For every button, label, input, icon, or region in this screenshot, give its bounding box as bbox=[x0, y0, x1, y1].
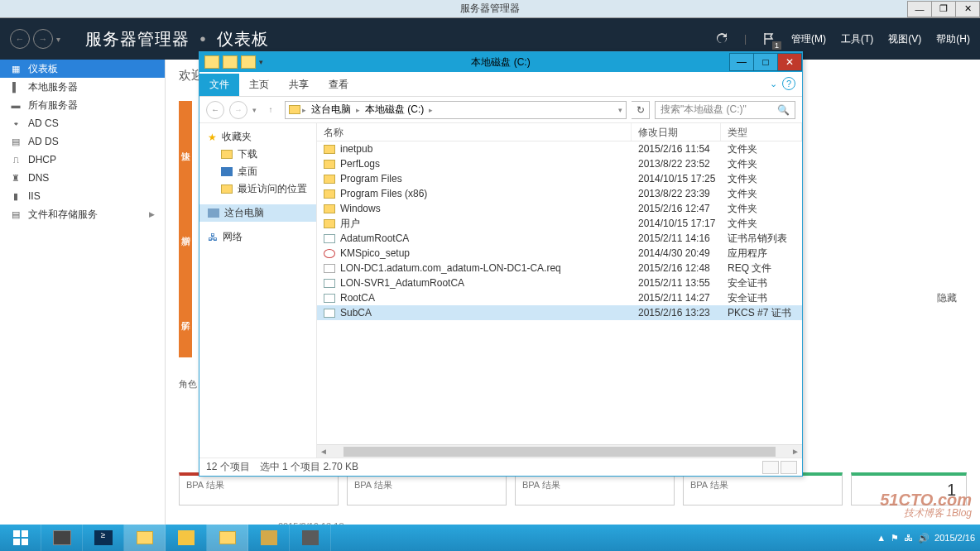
file-row[interactable]: Program Files (x86)2013/8/22 23:39文件夹 bbox=[317, 186, 802, 201]
refresh-icon[interactable] bbox=[714, 31, 729, 46]
ribbon-tab-file[interactable]: 文件 bbox=[199, 74, 239, 96]
learn-more-label[interactable]: 了解 bbox=[179, 272, 192, 357]
column-name[interactable]: 名称 bbox=[317, 123, 632, 141]
file-row[interactable]: KMSpico_setup2014/4/30 20:49应用程序 bbox=[317, 246, 802, 261]
menu-view[interactable]: 视图(V) bbox=[888, 32, 921, 46]
tile[interactable]: BPA 结果 bbox=[179, 472, 339, 505]
sidebar-item-dns[interactable]: ♜DNS bbox=[0, 169, 165, 187]
file-row[interactable]: Windows2015/2/16 12:47文件夹 bbox=[317, 201, 802, 216]
forward-button[interactable]: → bbox=[33, 29, 53, 49]
start-button[interactable] bbox=[0, 525, 41, 551]
chevron-right-icon[interactable]: ▸ bbox=[429, 106, 433, 114]
maximize-button[interactable]: □ bbox=[753, 53, 778, 71]
sidebar-item-adds[interactable]: ▤AD DS bbox=[0, 132, 165, 151]
column-date[interactable]: 修改日期 bbox=[632, 123, 721, 141]
quick-start-label[interactable]: 快速 bbox=[179, 101, 192, 186]
search-box[interactable]: 搜索"本地磁盘 (C:)" 🔍 bbox=[655, 101, 795, 119]
nav-favorites[interactable]: ★收藏夹 bbox=[208, 130, 308, 144]
clock[interactable]: 2015/2/16 bbox=[934, 533, 975, 543]
maximize-button[interactable]: ❐ bbox=[931, 1, 956, 17]
file-row[interactable]: Program Files2014/10/15 17:25文件夹 bbox=[317, 171, 802, 186]
whats-new-label[interactable]: 新增 bbox=[179, 186, 192, 271]
help-icon[interactable]: ? bbox=[782, 77, 795, 90]
sidebar-item-iis[interactable]: ▮IIS bbox=[0, 187, 165, 205]
sidebar-item-adcs[interactable]: 🠿AD CS bbox=[0, 114, 165, 132]
nav-recent[interactable]: 最近访问的位置 bbox=[208, 180, 308, 198]
back-button[interactable]: ← bbox=[206, 101, 224, 119]
file-row[interactable]: PerfLogs2013/8/22 23:52文件夹 bbox=[317, 156, 802, 171]
file-row[interactable]: LON-DC1.adatum.com_adatum-LON-DC1-CA.req… bbox=[317, 261, 802, 276]
address-bar[interactable]: ▸ 这台电脑 ▸ 本地磁盘 (C:) ▸ ▾ bbox=[285, 101, 627, 119]
view-details-button[interactable] bbox=[762, 461, 779, 474]
qat-button[interactable] bbox=[241, 55, 256, 69]
taskbar-app-2[interactable] bbox=[248, 525, 290, 551]
nav-thispc[interactable]: 这台电脑 bbox=[199, 204, 316, 222]
exe-icon bbox=[324, 249, 335, 258]
flag-icon[interactable]: ⚑ bbox=[891, 533, 899, 544]
close-button[interactable]: ✕ bbox=[955, 1, 980, 17]
refresh-button[interactable]: ↻ bbox=[632, 101, 650, 119]
forward-button[interactable]: → bbox=[229, 101, 247, 119]
tile[interactable]: BPA 结果 bbox=[683, 472, 843, 505]
minimize-button[interactable]: — bbox=[907, 1, 932, 17]
ribbon-tab-share[interactable]: 共享 bbox=[279, 74, 319, 96]
explorer-title-bar[interactable]: ▾ 本地磁盘 (C:) — □ ✕ bbox=[199, 52, 802, 72]
history-dropdown-icon[interactable]: ▾ bbox=[252, 106, 257, 114]
address-bar-row: ← → ▾ ↑ ▸ 这台电脑 ▸ 本地磁盘 (C:) ▸ ▾ ↻ 搜索"本地磁盘… bbox=[199, 97, 802, 123]
view-icons-button[interactable] bbox=[781, 461, 797, 474]
ribbon-tab-home[interactable]: 主页 bbox=[239, 74, 279, 96]
sidebar-item-dashboard[interactable]: ▦仪表板 bbox=[0, 60, 165, 78]
back-button[interactable]: ← bbox=[10, 29, 30, 49]
taskbar-app[interactable] bbox=[166, 525, 207, 551]
breadcrumb-app[interactable]: 服务器管理器 bbox=[85, 30, 190, 48]
taskbar-app-3[interactable] bbox=[290, 525, 331, 551]
taskbar-powershell[interactable]: ≥ bbox=[83, 525, 124, 551]
scroll-left-icon[interactable]: ◄ bbox=[317, 447, 330, 456]
tile[interactable]: BPA 结果 bbox=[515, 472, 675, 505]
qat-button[interactable] bbox=[204, 55, 219, 69]
nav-desktop[interactable]: 桌面 bbox=[208, 163, 308, 180]
breadcrumb-page[interactable]: 仪表板 bbox=[217, 30, 269, 48]
qat-dropdown-icon[interactable]: ▾ bbox=[259, 58, 263, 66]
breadcrumb-drive[interactable]: 本地磁盘 (C:) bbox=[362, 103, 427, 117]
menu-manage[interactable]: 管理(M) bbox=[791, 32, 826, 46]
dropdown-icon[interactable]: ▾ bbox=[56, 35, 60, 44]
sidebar-item-storage[interactable]: ▤文件和存储服务▶ bbox=[0, 205, 165, 223]
file-row[interactable]: SubCA2015/2/16 13:23PKCS #7 证书 bbox=[317, 305, 802, 320]
tray-icon[interactable]: ▲ bbox=[877, 533, 886, 543]
file-row[interactable]: 用户2014/10/15 17:17文件夹 bbox=[317, 216, 802, 231]
minimize-button[interactable]: — bbox=[729, 53, 754, 71]
sound-icon[interactable]: 🔊 bbox=[918, 533, 930, 544]
chevron-right-icon[interactable]: ▸ bbox=[302, 106, 306, 114]
qat-button[interactable] bbox=[223, 55, 238, 69]
taskbar-explorer-2[interactable] bbox=[207, 525, 248, 551]
file-row[interactable]: LON-SVR1_AdatumRootCA2015/2/11 13:55安全证书 bbox=[317, 276, 802, 290]
menu-tools[interactable]: 工具(T) bbox=[841, 32, 873, 46]
horizontal-scrollbar[interactable]: ◄ ► bbox=[317, 444, 802, 458]
scroll-right-icon[interactable]: ► bbox=[789, 447, 802, 456]
sidebar-item-dhcp[interactable]: ⎍DHCP bbox=[0, 151, 165, 169]
sidebar-item-all-servers[interactable]: ▬所有服务器 bbox=[0, 96, 165, 114]
hide-link[interactable]: 隐藏 bbox=[937, 291, 957, 305]
breadcrumb-pc[interactable]: 这台电脑 bbox=[308, 103, 354, 117]
network-icon[interactable]: 🖧 bbox=[904, 533, 913, 543]
notifications-flag-icon[interactable]: 1 bbox=[761, 31, 776, 46]
file-row[interactable]: AdatumRootCA2015/2/11 14:16证书吊销列表 bbox=[317, 231, 802, 246]
close-button[interactable]: ✕ bbox=[777, 53, 802, 71]
chevron-right-icon[interactable]: ▸ bbox=[356, 106, 360, 114]
expand-ribbon-icon[interactable]: ⌄ bbox=[770, 79, 777, 89]
taskbar-server-manager[interactable] bbox=[41, 525, 83, 551]
column-type[interactable]: 类型 bbox=[721, 123, 802, 141]
up-button[interactable]: ↑ bbox=[262, 101, 280, 119]
scrollbar-thumb[interactable] bbox=[343, 447, 776, 457]
sidebar-item-local-server[interactable]: ▌本地服务器 bbox=[0, 78, 165, 96]
taskbar-explorer[interactable] bbox=[124, 525, 166, 551]
ribbon-tab-view[interactable]: 查看 bbox=[319, 74, 358, 96]
tile[interactable]: BPA 结果 bbox=[347, 472, 507, 505]
file-row[interactable]: RootCA2015/2/11 14:27安全证书 bbox=[317, 290, 802, 305]
file-row[interactable]: inetpub2015/2/16 11:54文件夹 bbox=[317, 141, 802, 156]
menu-help[interactable]: 帮助(H) bbox=[936, 32, 970, 46]
nav-downloads[interactable]: 下载 bbox=[208, 146, 308, 163]
nav-network[interactable]: 🖧网络 bbox=[208, 230, 308, 244]
address-dropdown-icon[interactable]: ▾ bbox=[618, 106, 622, 114]
